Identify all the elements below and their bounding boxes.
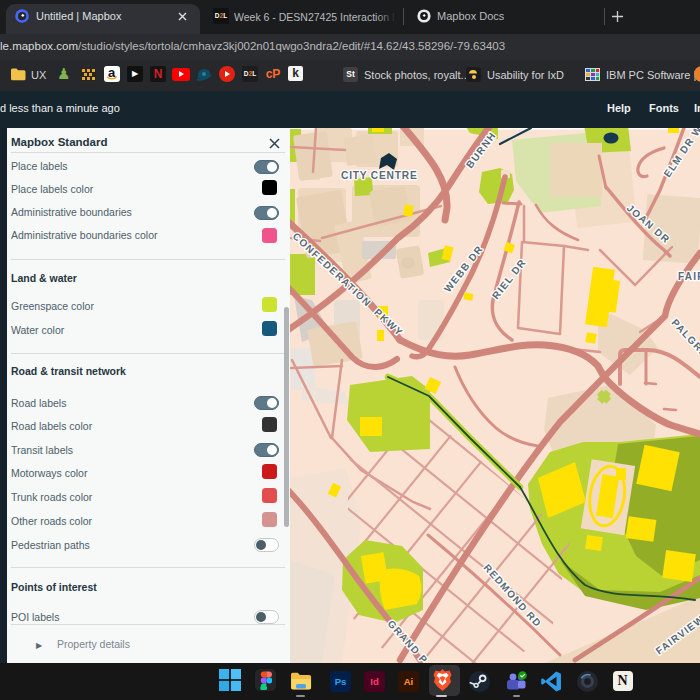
svg-text:FAIR: FAIR	[678, 271, 700, 282]
svg-text:CITY CENTRE: CITY CENTRE	[341, 170, 418, 181]
